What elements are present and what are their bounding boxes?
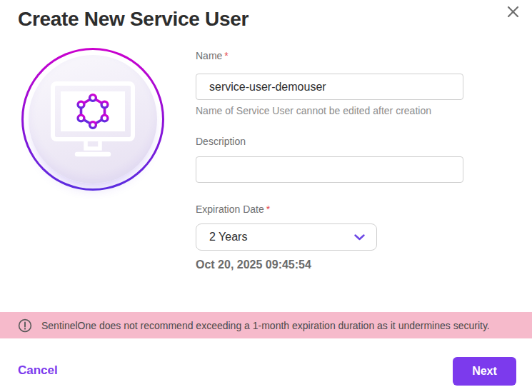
service-user-form: Name* Name of Service User cannot be edi… xyxy=(196,50,463,271)
expiration-selected-value: 2 Years xyxy=(209,231,247,243)
description-input[interactable] xyxy=(196,156,463,183)
warning-message: SentinelOne does not recommend exceeding… xyxy=(41,320,490,331)
service-user-illustration xyxy=(21,48,164,191)
name-input[interactable] xyxy=(196,74,463,100)
close-button[interactable] xyxy=(502,1,523,22)
description-label: Description xyxy=(196,136,463,147)
gradient-ring xyxy=(21,48,164,191)
name-label: Name* xyxy=(196,50,463,61)
page-title: Create New Service User xyxy=(18,8,249,31)
cancel-button[interactable]: Cancel xyxy=(18,363,58,378)
expiration-select[interactable]: 2 Years xyxy=(196,223,377,251)
close-icon xyxy=(507,6,519,18)
required-marker: * xyxy=(224,50,228,61)
warning-banner: SentinelOne does not recommend exceeding… xyxy=(0,312,532,338)
required-marker: * xyxy=(266,203,270,215)
chevron-down-icon xyxy=(354,234,365,241)
expiration-date-preview: Oct 20, 2025 09:45:54 xyxy=(196,258,463,271)
next-button[interactable]: Next xyxy=(453,357,516,386)
name-helper-text: Name of Service User cannot be edited af… xyxy=(196,105,463,117)
create-service-user-modal: Create New Service User xyxy=(0,0,532,392)
monitor-network-hexagon-icon xyxy=(49,81,136,158)
expiration-date-label: Expiration Date* xyxy=(196,203,463,215)
exclamation-circle-icon xyxy=(18,318,32,333)
